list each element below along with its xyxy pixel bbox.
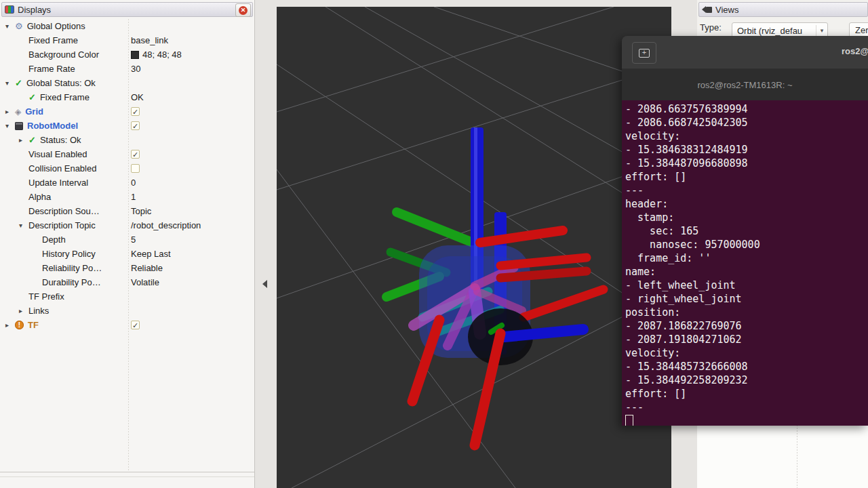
check-icon: ✓: [15, 79, 22, 87]
terminal-line: - 15.384485732666008: [625, 360, 868, 373]
expander-right-icon[interactable]: ▸: [19, 136, 28, 144]
expander-right-icon[interactable]: ▸: [19, 307, 28, 314]
property-value[interactable]: 30: [131, 64, 140, 74]
property-label: Depth: [42, 235, 66, 245]
property-value[interactable]: Topic: [131, 206, 151, 216]
tree-row[interactable]: TF Prefix: [0, 289, 254, 304]
terminal-tab-bar[interactable]: ros2@ros2-TM1613R: ~: [622, 69, 868, 100]
tree-row[interactable]: Reliability Po…Reliable: [0, 261, 254, 275]
property-label: Collision Enabled: [28, 163, 96, 174]
tree-row[interactable]: ✓Fixed FrameOK: [0, 90, 254, 104]
checkbox-checked[interactable]: ✓: [131, 321, 140, 329]
property-label: TF: [28, 320, 39, 330]
terminal-new-tab-button[interactable]: +: [632, 42, 656, 64]
property-value[interactable]: base_link: [131, 35, 168, 45]
checkbox-checked[interactable]: ✓: [131, 107, 140, 116]
views-camera-icon: [702, 6, 712, 13]
displays-close-button[interactable]: ✕: [235, 3, 251, 17]
tree-row[interactable]: History PolicyKeep Last: [0, 247, 254, 261]
terminal-line: - left_wheel_joint: [625, 279, 868, 292]
terminal-line: ---: [625, 184, 868, 197]
tree-row[interactable]: Visual Enabled✓: [0, 147, 254, 161]
tree-row[interactable]: ▾✓Global Status: Ok: [0, 76, 254, 90]
tree-row[interactable]: ▸◈Grid✓: [0, 104, 254, 119]
property-label: Durability Po…: [42, 277, 101, 287]
terminal-line: header:: [625, 197, 868, 211]
terminal-line: - 15.384492258209232: [625, 373, 868, 387]
terminal-line: - right_wheel_joint: [625, 292, 868, 306]
tree-row[interactable]: Description Sou…Topic: [0, 204, 254, 218]
terminal-output[interactable]: - 2086.6637576389994- 2086.6687425042305…: [622, 100, 868, 426]
robot-icon: [15, 122, 23, 130]
terminal-line: - 2086.6687425042305: [625, 116, 868, 129]
tree-row[interactable]: ▸!TF✓: [0, 318, 254, 332]
checkbox-checked[interactable]: ✓: [131, 150, 140, 159]
terminal-tab-title: ros2@ros2-TM1613R: ~: [698, 80, 793, 90]
rviz-window: { "displays_panel": { "title": "Displays…: [0, 0, 868, 488]
displays-panel: Displays ✕ ▾⚙Global OptionsFixed Frameba…: [0, 0, 255, 488]
checkbox-checked[interactable]: ✓: [131, 121, 140, 130]
property-value[interactable]: Volatile: [131, 277, 159, 287]
property-label: Fixed Frame: [28, 35, 78, 45]
property-value[interactable]: 5: [131, 235, 136, 245]
tree-row[interactable]: Frame Rate30: [0, 62, 254, 76]
check-icon: ✓: [28, 93, 36, 102]
tree-row[interactable]: Depth5: [0, 232, 254, 247]
check-icon: ✓: [28, 136, 36, 144]
tree-row[interactable]: ▾⚙Global Options: [0, 19, 254, 33]
tree-row[interactable]: Collision Enabled: [0, 161, 254, 176]
terminal-line: effort: []: [625, 387, 868, 401]
chevron-down-icon: ▾: [816, 25, 827, 36]
tree-row[interactable]: Background Color48; 48; 48: [0, 47, 254, 62]
property-label: Visual Enabled: [28, 149, 87, 159]
property-label: Frame Rate: [28, 64, 75, 74]
checkbox-unchecked[interactable]: [131, 164, 140, 173]
expander-right-icon[interactable]: ▸: [5, 321, 15, 329]
property-label: Reliability Po…: [42, 263, 102, 273]
terminal-line: - 2087.191804271062: [625, 333, 868, 346]
tree-row[interactable]: ▾Description Topic/robot_description: [0, 218, 254, 232]
property-value[interactable]: OK: [131, 92, 144, 102]
terminal-window[interactable]: + ros2@ ros2@ros2-TM1613R: ~ - 2086.6637…: [622, 36, 868, 426]
property-label: Status: Ok: [40, 135, 81, 145]
property-value[interactable]: Keep Last: [131, 249, 171, 259]
property-label: Global Status: Ok: [26, 78, 96, 88]
tree-row[interactable]: ▾RobotModel✓: [0, 119, 254, 133]
views-panel-header[interactable]: Views: [698, 2, 868, 17]
property-value[interactable]: 0: [131, 178, 136, 188]
expander-down-icon[interactable]: ▾: [5, 122, 15, 129]
tree-row[interactable]: Durability Po…Volatile: [0, 275, 254, 289]
property-label: Alpha: [28, 192, 51, 202]
property-label: Global Options: [27, 21, 85, 31]
expander-down-icon[interactable]: ▾: [19, 222, 28, 229]
views-type-value: Orbit (rviz_defau: [732, 26, 816, 36]
terminal-line: name:: [625, 265, 868, 279]
tree-row[interactable]: Fixed Framebase_link: [0, 33, 254, 47]
tree-row[interactable]: ▸Links: [0, 304, 254, 318]
property-label: Update Interval: [28, 178, 88, 188]
terminal-line: - 15.384638312484919: [625, 143, 868, 157]
panel-bottom-divider-2: [0, 476, 254, 477]
expander-down-icon[interactable]: ▾: [5, 22, 15, 30]
terminal-headerbar[interactable]: + ros2@: [622, 36, 868, 69]
property-label: TF Prefix: [28, 291, 64, 302]
robot-model: [387, 127, 604, 445]
displays-panel-header[interactable]: Displays ✕: [1, 2, 253, 17]
color-swatch: [131, 51, 139, 59]
property-value[interactable]: 48; 48; 48: [142, 49, 182, 60]
views-panel-title: Views: [715, 5, 738, 15]
tree-row[interactable]: Alpha1: [0, 190, 254, 204]
render-viewport[interactable]: [277, 7, 671, 488]
expander-right-icon[interactable]: ▸: [5, 108, 15, 115]
terminal-line: frame_id: '': [625, 251, 868, 265]
property-label: Grid: [25, 106, 43, 117]
tree-row[interactable]: Update Interval0: [0, 176, 254, 190]
property-value[interactable]: /robot_description: [131, 220, 201, 230]
property-value[interactable]: 1: [131, 192, 136, 202]
expander-down-icon[interactable]: ▾: [5, 79, 15, 87]
grid-icon: ◈: [15, 108, 21, 116]
property-label: Description Topic: [28, 220, 96, 230]
property-value[interactable]: Reliable: [131, 263, 163, 273]
panel-collapse-handle[interactable]: [262, 280, 267, 288]
tree-row[interactable]: ▸✓Status: Ok: [0, 133, 254, 147]
